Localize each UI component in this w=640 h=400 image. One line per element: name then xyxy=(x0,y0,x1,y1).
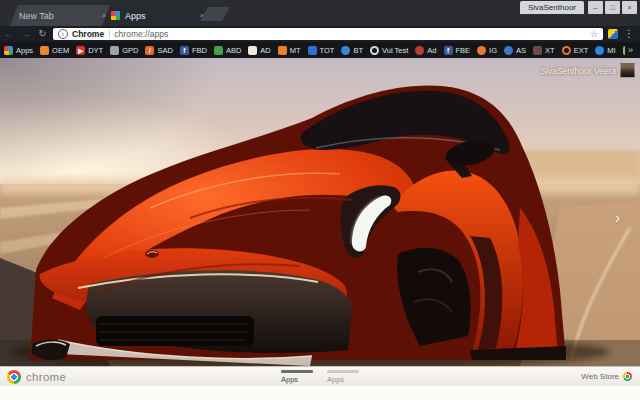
bookmark-favicon: / xyxy=(145,46,154,55)
bookmark-label: IG xyxy=(489,46,497,55)
bookmark-item[interactable]: GPD xyxy=(110,46,138,55)
extension-icon[interactable] xyxy=(608,29,618,39)
bookmark-label: Ad xyxy=(427,46,436,55)
bookmark-favicon xyxy=(370,46,379,55)
bookmarks-bar: Apps OEM ▶ DYT GPD / SAD f FBD xyxy=(0,42,640,58)
bookmark-favicon xyxy=(278,46,287,55)
bookmark-item[interactable]: Ad xyxy=(415,46,436,55)
bookmark-item[interactable]: TOT xyxy=(308,46,335,55)
bookmark-item[interactable]: AD xyxy=(248,46,270,55)
url-text: chrome://apps xyxy=(114,29,590,39)
bookmark-star-icon[interactable]: ☆ xyxy=(590,29,598,39)
bookmark-item[interactable]: AS xyxy=(504,46,526,55)
bookmark-item[interactable]: EXT xyxy=(562,46,589,55)
omnibox-address-bar[interactable]: i Chrome | chrome://apps ☆ xyxy=(53,28,603,40)
profile-chip[interactable]: SivaSenthoor xyxy=(520,1,584,14)
back-icon[interactable]: ← xyxy=(0,26,17,42)
bookmark-label: FBD xyxy=(192,46,207,55)
bookmark-favicon: ▶ xyxy=(76,46,85,55)
bookmark-favicon: f xyxy=(444,46,453,55)
bookmark-favicon xyxy=(4,46,13,55)
bookmark-label: AS xyxy=(516,46,526,55)
tab-title: New Tab xyxy=(19,11,54,21)
window-bottom-strip xyxy=(0,386,640,400)
bookmark-favicon xyxy=(110,46,119,55)
bookmark-item[interactable]: f FBD xyxy=(180,46,207,55)
bookmark-favicon xyxy=(341,46,350,55)
tab-title: Apps xyxy=(125,11,146,21)
close-button[interactable]: × xyxy=(622,1,637,14)
maximize-button[interactable]: □ xyxy=(605,1,620,14)
browser-window: New Tab × Apps × SivaSenthoor – □ × ← → … xyxy=(0,0,640,400)
bookmark-item[interactable]: MI xyxy=(595,46,615,55)
bookmark-item[interactable]: XT xyxy=(533,46,555,55)
site-label: Chrome xyxy=(72,29,104,39)
bookmark-item[interactable]: ▶ DYT xyxy=(76,46,103,55)
web-store-label: Web Store xyxy=(581,372,619,381)
navigation-toolbar: ← → ↻ i Chrome | chrome://apps ☆ ⋮ xyxy=(0,26,640,42)
page-indicator-bar xyxy=(281,370,313,373)
bookmark-favicon xyxy=(477,46,486,55)
page-indicator-label: Apps xyxy=(281,375,313,384)
bookmarks-overflow-chevron[interactable]: » xyxy=(625,45,636,55)
apps-grid-favicon xyxy=(111,11,120,20)
browser-menu-icon[interactable]: ⋮ xyxy=(624,26,634,42)
bookmark-label: SAD xyxy=(157,46,172,55)
omnibox-separator: | xyxy=(108,29,110,39)
bookmark-favicon xyxy=(248,46,257,55)
bookmark-favicon: f xyxy=(180,46,189,55)
bookmark-label: OEM xyxy=(52,46,69,55)
page-indicator-label: Apps xyxy=(327,375,359,384)
page-indicator-bar xyxy=(327,370,359,373)
bookmark-favicon xyxy=(214,46,223,55)
new-tab-page-content: SivaSenthoor Veera › xyxy=(0,58,640,366)
web-store-icon xyxy=(623,372,632,381)
bookmark-item[interactable]: BT xyxy=(341,46,363,55)
bookmark-label: EXT xyxy=(574,46,589,55)
bookmark-label: FBE xyxy=(456,46,471,55)
launcher-page-indicators: Apps Apps xyxy=(281,367,359,386)
chrome-logo-icon xyxy=(7,370,21,384)
bookmark-item[interactable]: IG xyxy=(477,46,497,55)
minimize-button[interactable]: – xyxy=(588,1,603,14)
bookmark-label: AD xyxy=(260,46,270,55)
launcher-page-indicator[interactable]: Apps xyxy=(281,367,313,386)
ntp-profile-name: SivaSenthoor Veera xyxy=(540,66,616,76)
bookmark-favicon xyxy=(415,46,424,55)
web-store-link[interactable]: Web Store xyxy=(581,367,632,386)
bookmark-item[interactable]: Vul Test xyxy=(370,46,408,55)
bookmark-item[interactable]: OEM xyxy=(40,46,69,55)
launcher-footer: chrome Apps Apps Web Store xyxy=(0,366,640,386)
bookmark-item[interactable]: MT xyxy=(278,46,301,55)
chrome-brand: chrome xyxy=(0,370,66,384)
bookmark-label: TOT xyxy=(320,46,335,55)
tab-strip: New Tab × Apps × SivaSenthoor – □ × xyxy=(0,0,640,26)
forward-icon[interactable]: → xyxy=(17,26,34,42)
bookmark-label: GPD xyxy=(122,46,138,55)
launcher-page-indicator[interactable]: Apps xyxy=(327,367,359,386)
bookmark-favicon xyxy=(504,46,513,55)
avatar[interactable] xyxy=(620,63,635,78)
bookmark-favicon xyxy=(562,46,571,55)
bookmark-favicon xyxy=(40,46,49,55)
tab-new-tab[interactable]: New Tab × xyxy=(10,5,118,26)
bookmark-item[interactable]: ABD xyxy=(214,46,241,55)
bookmark-label: XT xyxy=(545,46,555,55)
bookmark-label: MI xyxy=(607,46,615,55)
next-page-arrow[interactable]: › xyxy=(615,210,620,226)
bookmark-item[interactable]: Apps xyxy=(4,46,33,55)
bookmark-favicon xyxy=(533,46,542,55)
page-info-icon[interactable]: i xyxy=(58,29,68,39)
bookmark-label: BT xyxy=(353,46,363,55)
tab-apps[interactable]: Apps × xyxy=(102,5,216,26)
bookmark-favicon xyxy=(595,46,604,55)
ntp-profile-area: SivaSenthoor Veera xyxy=(540,63,635,78)
window-controls: – □ × xyxy=(588,1,637,14)
bookmark-item[interactable]: f FBE xyxy=(444,46,471,55)
bookmark-label: MT xyxy=(290,46,301,55)
bookmark-favicon xyxy=(308,46,317,55)
bookmark-label: ABD xyxy=(226,46,241,55)
reload-icon[interactable]: ↻ xyxy=(34,26,51,42)
bookmark-item[interactable]: / SAD xyxy=(145,46,172,55)
chrome-brand-label: chrome xyxy=(26,371,66,383)
